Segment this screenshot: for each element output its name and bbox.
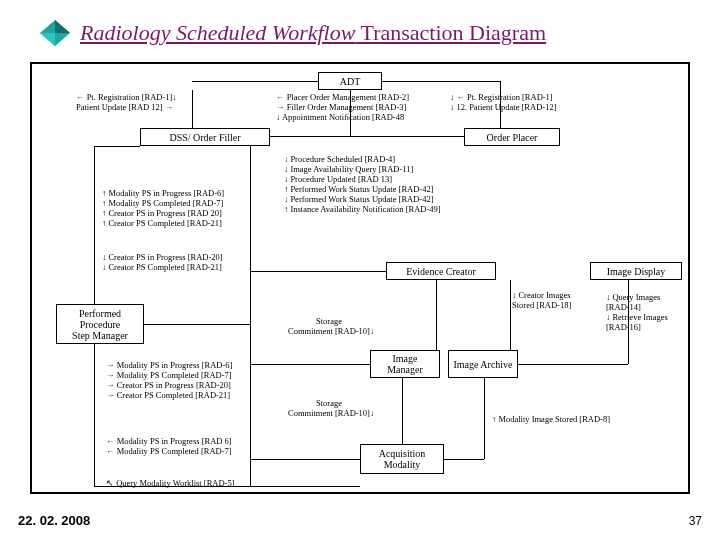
lbl-sc-2: Commitment [RAD-10]↓ bbox=[288, 326, 374, 337]
lbl-g11-2: ← Modality PS Completed [RAD-7] bbox=[106, 446, 232, 457]
page-title: Radiology Scheduled Workflow Transaction… bbox=[80, 20, 546, 46]
node-acq-l1: Acquisition bbox=[379, 448, 426, 459]
node-image-archive: Image Archive bbox=[448, 350, 518, 378]
footer-date: 22. 02. 2008 bbox=[18, 513, 90, 528]
lbl-g9-4: → Creator PS Completed [RAD-21] bbox=[106, 390, 230, 401]
footer-page: 37 bbox=[689, 514, 702, 528]
lbl-g7-2: Stored [RAD-18] bbox=[512, 300, 571, 311]
lbl-g8-4: [RAD-16] bbox=[606, 322, 641, 333]
lbl-g5-4: ↑ Creator PS Completed [RAD-21] bbox=[102, 218, 222, 229]
svg-marker-1 bbox=[55, 20, 70, 33]
node-acq-modality: Acquisition Modality bbox=[360, 444, 444, 474]
node-ppsm: Performed Procedure Step Manager bbox=[56, 304, 144, 344]
lbl-g6-2: ↓ Creator PS Completed [RAD-21] bbox=[102, 262, 222, 273]
node-image-display: Image Display bbox=[590, 262, 682, 280]
node-dss: DSS/ Order Filler bbox=[140, 128, 270, 146]
lbl-g12: ↖ Query Modality Worklist [RAD-5] bbox=[106, 478, 235, 489]
title-diamond-icon bbox=[38, 18, 72, 48]
title-plain: Transaction Diagram bbox=[355, 20, 546, 45]
node-adt: ADT bbox=[318, 72, 382, 90]
title-italic: Radiology Scheduled Workflow bbox=[80, 20, 355, 45]
node-evidence-creator: Evidence Creator bbox=[386, 262, 496, 280]
lbl-sc-4: Commitment [RAD-10]↓ bbox=[288, 408, 374, 419]
lbl-g10: ↑ Modality Image Stored [RAD-8] bbox=[492, 414, 610, 425]
lbl-g1-2: Patient Update [RAD 12] → bbox=[76, 102, 173, 113]
node-acq-l2: Modality bbox=[384, 459, 421, 470]
diagram-frame: ADT DSS/ Order Filler Order Placer Evide… bbox=[30, 62, 690, 494]
node-order-placer: Order Placer bbox=[464, 128, 560, 146]
lbl-g3-2: ↓ 12. Patient Update [RAD-12] bbox=[450, 102, 556, 113]
lbl-g4-6: ↑ Instance Availability Notification [RA… bbox=[284, 204, 441, 215]
node-ppsm-l2: Procedure bbox=[80, 319, 121, 330]
node-ppsm-l3: Step Manager bbox=[72, 330, 128, 341]
node-image-manager: Image Manager bbox=[370, 350, 440, 378]
lbl-g2-3: ↓ Appointment Notification [RAD-48 bbox=[276, 112, 404, 123]
svg-marker-2 bbox=[40, 33, 55, 46]
node-ppsm-l1: Performed bbox=[79, 308, 121, 319]
